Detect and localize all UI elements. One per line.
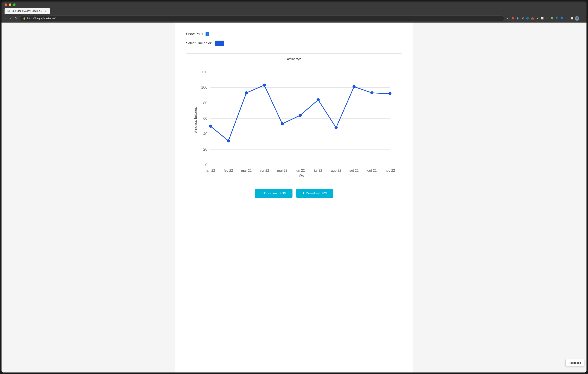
data-point-9 [370, 91, 373, 94]
ext-star-icon[interactable]: ★ [565, 16, 569, 21]
data-point-3 [263, 84, 266, 86]
ext-globe-icon[interactable]: 🌐 [555, 16, 559, 21]
tab-icon: 📊 [7, 10, 10, 12]
new-tab-button[interactable]: + [50, 8, 56, 14]
svg-text:set 22: set 22 [349, 169, 359, 172]
extensions-bar: R 🔴 💧 🔊 🌐 📥 ☁ ⬜ 🛡 🟢 🌐 🔵 ★ ⬜ 👤 ⋮ [506, 16, 584, 21]
color-row: Select Line color: [186, 41, 402, 46]
data-point-6 [316, 98, 320, 101]
data-point-1 [227, 139, 230, 142]
maximize-button[interactable] [13, 3, 16, 6]
data-point-4 [281, 122, 284, 125]
svg-text:jun 22: jun 22 [295, 169, 305, 172]
ext-blue-icon[interactable]: 🔵 [560, 16, 564, 21]
svg-text:80: 80 [203, 101, 207, 105]
tabs-row: 📊 Line Graph Maker | Create a lin ✕ + [5, 8, 583, 14]
lock-icon: 🔒 [23, 17, 26, 20]
address-bar[interactable]: 🔒 https://linegraphmaker.co/ [20, 16, 504, 21]
svg-text:mai 22: mai 22 [277, 169, 287, 172]
url-text: https://linegraphmaker.co/ [27, 17, 55, 20]
line-chart: 120 100 80 60 40 20 0 # novos leitores [192, 63, 396, 177]
feedback-button[interactable]: Feedback [566, 359, 584, 366]
ext-r-icon[interactable]: R [506, 16, 510, 21]
tab-close-button[interactable]: ✕ [44, 10, 47, 12]
data-point-2 [245, 91, 248, 94]
color-swatch[interactable] [215, 41, 224, 46]
ext-sound-icon[interactable]: 🔊 [521, 16, 525, 21]
page-background: Show Point ✓ Select Line color: atalho.x… [1, 22, 587, 373]
data-point-8 [353, 85, 356, 88]
ext-box-icon[interactable]: ⬜ [540, 16, 545, 21]
data-point-7 [335, 126, 337, 129]
traffic-lights [5, 3, 583, 6]
ext-pokeball-icon[interactable]: 🔴 [511, 16, 515, 21]
show-point-checkbox[interactable]: ✓ [206, 32, 209, 36]
svg-text:120: 120 [201, 70, 207, 74]
checkbox-check-icon: ✓ [207, 32, 209, 35]
svg-text:nov 22: nov 22 [385, 169, 395, 172]
ext-circle-icon[interactable]: 🟢 [550, 16, 554, 21]
svg-text:abr 22: abr 22 [260, 169, 269, 172]
close-button[interactable] [5, 3, 7, 6]
svg-text:40: 40 [203, 132, 207, 136]
ext-shield-icon[interactable]: 🛡 [545, 16, 549, 21]
svg-text:fev 22: fev 22 [224, 169, 233, 172]
page-content: Show Point ✓ Select Line color: atalho.x… [175, 22, 413, 373]
browser-window: 📊 Line Graph Maker | Create a lin ✕ + ‹ … [1, 1, 587, 373]
svg-text:jul 22: jul 22 [314, 169, 322, 172]
nav-bar: ‹ › ↻ 🔒 https://linegraphmaker.co/ R 🔴 💧… [1, 14, 587, 22]
svg-text:mês: mês [296, 173, 304, 177]
show-point-row: Show Point ✓ [186, 32, 402, 36]
svg-text:ago 22: ago 22 [331, 169, 341, 172]
svg-text:100: 100 [201, 85, 207, 89]
svg-text:jan 22: jan 22 [206, 169, 215, 172]
data-point-10 [388, 92, 391, 95]
ext-web-icon[interactable]: 🌐 [525, 16, 530, 21]
download-png-button[interactable]: ⬇ Download PNG [255, 189, 293, 198]
back-button[interactable]: ‹ [4, 16, 7, 21]
download-jpg-button[interactable]: ⬇ Download JPG [296, 189, 333, 198]
svg-text:mar 22: mar 22 [241, 169, 252, 172]
data-point-5 [299, 114, 302, 117]
ext-cloud-icon[interactable]: ☁ [535, 16, 539, 21]
color-label: Select Line color: [186, 41, 212, 45]
tab-title: Line Graph Maker | Create a lin [11, 10, 43, 12]
svg-text:out 22: out 22 [367, 169, 377, 172]
reload-button[interactable]: ↻ [13, 16, 18, 21]
svg-text:0: 0 [205, 163, 207, 167]
ext-grid-icon[interactable]: ⬜ [570, 16, 574, 21]
download-section: ⬇ Download PNG ⬇ Download JPG [186, 189, 402, 204]
ext-download-icon[interactable]: 📥 [530, 16, 535, 21]
svg-text:# novos leitores: # novos leitores [193, 107, 198, 133]
svg-text:60: 60 [203, 116, 207, 120]
user-avatar[interactable]: 👤 [575, 16, 579, 21]
show-point-label: Show Point [186, 32, 203, 36]
svg-text:20: 20 [203, 147, 207, 151]
data-point-0 [209, 125, 212, 128]
chart-title: atalho.xyz [192, 57, 396, 61]
active-tab[interactable]: 📊 Line Graph Maker | Create a lin ✕ [5, 8, 50, 14]
controls-section: Show Point ✓ Select Line color: [186, 28, 402, 53]
chart-container: atalho.xyz 120 100 80 60 40 [186, 53, 402, 183]
menu-icon[interactable]: ⋮ [580, 16, 584, 21]
minimize-button[interactable] [9, 3, 11, 6]
ext-water-icon[interactable]: 💧 [516, 16, 520, 21]
forward-button[interactable]: › [9, 16, 12, 21]
title-bar: 📊 Line Graph Maker | Create a lin ✕ + [1, 1, 587, 14]
